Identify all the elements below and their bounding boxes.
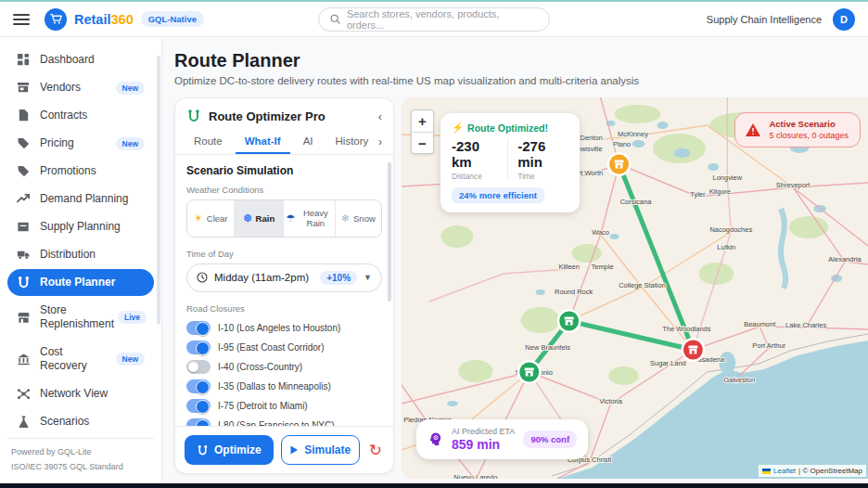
scenario-panel-body: Scenario Simulation Weather Conditions ☀… xyxy=(175,155,393,426)
reset-icon[interactable]: ↻ xyxy=(367,441,384,460)
map-label-temple: Temple xyxy=(592,263,614,271)
map-label-killeen: Killeen xyxy=(558,263,579,271)
map-marker-san-antonio[interactable] xyxy=(517,360,542,384)
panel-tabs: RouteWhat-IfAIHistory › xyxy=(175,129,393,155)
route-optimized-card: ⚡ Route Optimized! -230 km Distance -276… xyxy=(440,113,580,212)
simulate-button[interactable]: Simulate xyxy=(281,435,360,465)
menu-icon[interactable] xyxy=(13,14,30,25)
tabs-scroll-right-icon[interactable]: › xyxy=(377,135,384,148)
leaflet-link[interactable]: Leaflet xyxy=(773,467,796,475)
play-icon xyxy=(289,445,299,455)
tab-ai[interactable]: AI xyxy=(294,129,323,154)
weather-option-label: Heavy Rain xyxy=(299,208,333,229)
sidebar-item-contracts[interactable]: Contracts xyxy=(7,102,154,129)
toggle-switch[interactable] xyxy=(186,399,211,413)
toggle-switch[interactable] xyxy=(186,321,211,335)
time-of-day-value: Midday (11am-2pm) xyxy=(214,272,309,283)
toggle-switch[interactable] xyxy=(186,360,211,374)
dashboard-icon xyxy=(17,53,31,67)
map-label-corsicana: Corsicana xyxy=(620,198,652,206)
ai-brain-icon xyxy=(428,431,443,447)
clock-icon xyxy=(197,272,208,283)
standard-text: ISO/IEC 39075 GQL Standard xyxy=(11,460,150,474)
sidebar-item-label: Scenarios xyxy=(40,415,89,429)
main-content: Route Planner Optimize DC-to-store deliv… xyxy=(162,37,868,483)
map-label-victoria: Victoria xyxy=(599,397,623,405)
sidebar-item-pricing[interactable]: PricingNew xyxy=(7,130,154,157)
closure-toggle-i-80-san-francisco-to-nyc-[interactable]: I-80 (San Francisco to NYC) xyxy=(186,416,382,426)
toggle-label: I-35 (Dallas to Minneapolis) xyxy=(218,381,331,392)
toggle-switch[interactable] xyxy=(186,379,211,393)
optimize-button[interactable]: Optimize xyxy=(185,435,274,465)
active-scenario-alert: Active Scenario 5 closures, 0 outages xyxy=(734,112,861,148)
map-label-sugar-land: Sugar Land xyxy=(650,359,686,367)
panel-scrollbar[interactable] xyxy=(388,162,391,302)
weather-option-label: Snow xyxy=(353,213,376,224)
sidebar-item-cost-recovery[interactable]: Cost RecoveryNew xyxy=(7,339,154,379)
sidebar-item-dashboard[interactable]: Dashboard xyxy=(7,46,154,73)
route-optimizer-panel: Route Optimizer Pro ‹ RouteWhat-IfAIHist… xyxy=(174,97,394,474)
zoom-in-button[interactable]: + xyxy=(412,110,433,132)
tab-route[interactable]: Route xyxy=(185,129,232,154)
sidebar-item-label: Demand Planning xyxy=(40,192,128,206)
collapse-panel-icon[interactable]: ‹ xyxy=(378,109,382,123)
powered-by-text: Powered by GQL-Lite xyxy=(11,445,150,459)
road-closures-label: Road Closures xyxy=(186,303,382,314)
sidebar-item-store-replenishment[interactable]: Store ReplenishmentLive xyxy=(7,297,154,338)
brand-name: Retail360 xyxy=(74,12,134,27)
toggle-label: I-95 (East Coast Corridor) xyxy=(218,342,324,353)
tag-icon xyxy=(17,164,31,178)
taskbar-strip xyxy=(0,483,868,488)
map-marker-austin[interactable] xyxy=(557,309,581,333)
weather-option-rain[interactable]: ❆Rain xyxy=(234,200,283,237)
user-avatar[interactable]: D xyxy=(833,8,855,31)
sidebar-item-network-view[interactable]: Network View xyxy=(7,380,154,407)
truck-icon xyxy=(17,248,31,262)
sidebar-badge: New xyxy=(116,137,145,150)
zoom-out-button[interactable]: − xyxy=(412,132,433,153)
toggle-label: I-10 (Los Angeles to Houston) xyxy=(218,323,340,333)
toggle-switch[interactable] xyxy=(186,340,211,354)
sidebar-item-label: Network View xyxy=(40,387,108,401)
sidebar-item-distribution[interactable]: Distribution xyxy=(7,241,154,268)
weather-option-clear[interactable]: ☀Clear xyxy=(187,200,234,237)
sidebar-item-scenarios[interactable]: Scenarios xyxy=(7,408,154,435)
sidebar-item-label: Dashboard xyxy=(40,53,95,67)
global-search-input[interactable]: Search stores, vendors, products, orders… xyxy=(318,7,550,32)
map-marker-houston[interactable] xyxy=(681,338,705,362)
time-of-day-select[interactable]: Midday (11am-2pm) +10% ▼ xyxy=(186,263,382,292)
sidebar-item-demand-planning[interactable]: Demand Planning xyxy=(7,186,154,212)
closure-toggle-i-75-detroit-to-miami-[interactable]: I-75 (Detroit to Miami) xyxy=(186,396,382,416)
closure-toggle-i-95-east-coast-corridor-[interactable]: I-95 (East Coast Corridor) xyxy=(186,338,382,357)
map-marker-dallas[interactable] xyxy=(607,152,632,176)
map-label-longview: Longview xyxy=(713,173,743,182)
closure-toggle-i-40-cross-country-[interactable]: I-40 (Cross-Country) xyxy=(186,357,382,377)
map-label-alexandria: Alexandria xyxy=(828,255,862,263)
weather-label: Weather Conditions xyxy=(186,185,382,195)
toggle-label: I-80 (San Francisco to NYC) xyxy=(218,420,335,426)
tab-history[interactable]: History xyxy=(326,129,377,154)
closure-toggle-i-10-los-angeles-to-houston-[interactable]: I-10 (Los Angeles to Houston) xyxy=(186,318,382,338)
map-label-lufkin: Lufkin xyxy=(717,243,735,251)
snow-icon: ❄ xyxy=(341,212,350,225)
bank-icon xyxy=(17,353,31,366)
weather-option-snow[interactable]: ❄Snow xyxy=(335,200,381,237)
sidebar-item-route-planner[interactable]: Route Planner xyxy=(7,269,154,296)
sidebar-item-promotions[interactable]: Promotions xyxy=(7,158,154,185)
retail360-logo-icon[interactable] xyxy=(45,8,67,31)
network-icon xyxy=(17,387,31,401)
search-icon xyxy=(330,14,340,24)
map-label-new-braunfels: New Braunfels xyxy=(525,343,570,352)
closure-toggle-i-35-dallas-to-minneapolis-[interactable]: I-35 (Dallas to Minneapolis) xyxy=(186,377,382,396)
weather-option-heavy-rain[interactable]: ☂Heavy Rain xyxy=(283,200,334,237)
sidebar-item-supply-planning[interactable]: Supply Planning xyxy=(7,213,154,240)
toggle-switch[interactable] xyxy=(186,418,211,426)
route-icon xyxy=(197,444,209,456)
eta-label: AI Predicted ETA xyxy=(452,427,515,436)
sun-icon: ☀ xyxy=(194,212,203,225)
sidebar-item-vendors[interactable]: VendorsNew xyxy=(7,74,154,101)
sidebar-scrollbar[interactable] xyxy=(157,56,160,325)
route-map[interactable]: DentonMcKinneyLewisvillePlanoFort WorthC… xyxy=(402,97,868,479)
tab-what-if[interactable]: What-If xyxy=(236,129,290,154)
sidebar-item-label: Distribution xyxy=(40,248,96,262)
